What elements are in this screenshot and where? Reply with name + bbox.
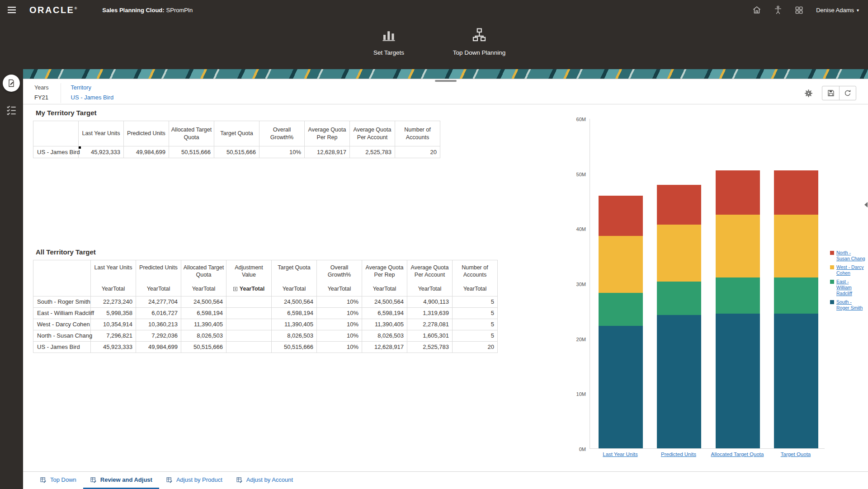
data-cell[interactable]: 45,923,333 [79, 146, 124, 158]
column-header[interactable]: Number of Accounts [453, 260, 498, 284]
bar-segment[interactable] [657, 315, 701, 448]
column-header[interactable]: Allocated Target Quota [169, 121, 214, 146]
data-cell[interactable]: 50,515,666 [169, 146, 214, 158]
data-cell[interactable]: 5 [453, 307, 498, 319]
data-cell[interactable]: 5 [453, 330, 498, 341]
data-cell[interactable]: 6,598,194 [362, 307, 407, 319]
data-cell[interactable]: 2,525,783 [407, 341, 453, 353]
data-cell[interactable]: 11,390,405 [362, 319, 407, 330]
data-cell[interactable]: 12,628,917 [305, 146, 350, 158]
refresh-icon[interactable] [839, 86, 856, 100]
bar-segment[interactable] [716, 277, 760, 314]
data-cell[interactable] [226, 341, 272, 353]
corner-header[interactable] [33, 121, 79, 146]
subheader-cell[interactable]: YearTotal [226, 284, 272, 296]
corner-header[interactable] [33, 260, 91, 296]
data-cell[interactable]: 10,360,213 [136, 319, 181, 330]
x-axis-label-link[interactable]: Target Quota [760, 451, 832, 457]
bar-segment[interactable] [774, 314, 818, 448]
data-cell[interactable]: 1,319,639 [407, 307, 453, 319]
subheader-cell[interactable]: YearTotal [136, 284, 181, 296]
bar-segment[interactable] [657, 185, 701, 225]
data-cell[interactable]: 10% [259, 146, 305, 158]
column-header[interactable]: Number of Accounts [395, 121, 440, 146]
apps-grid-icon[interactable] [795, 6, 803, 14]
column-header[interactable]: Last Year Units [91, 260, 136, 284]
data-cell[interactable]: 7,292,036 [136, 330, 181, 341]
data-cell[interactable]: 2,525,783 [350, 146, 395, 158]
column-header[interactable]: Last Year Units [79, 121, 124, 146]
accessibility-person-icon[interactable] [774, 5, 782, 14]
data-cell[interactable]: 11,390,405 [181, 319, 226, 330]
data-cell[interactable]: 24,500,564 [272, 296, 317, 307]
data-cell[interactable]: 10,354,914 [91, 319, 136, 330]
data-cell[interactable]: 45,923,333 [91, 341, 136, 353]
subheader-cell[interactable]: YearTotal [272, 284, 317, 296]
data-cell[interactable]: 49,984,699 [124, 146, 169, 158]
data-cell[interactable]: 2,278,081 [407, 319, 453, 330]
column-header[interactable]: Predicted Units [136, 260, 181, 284]
bar-segment[interactable] [599, 196, 643, 236]
subheader-cell[interactable]: YearTotal [453, 284, 498, 296]
data-cell[interactable]: 10% [317, 341, 362, 353]
subheader-cell[interactable]: YearTotal [317, 284, 362, 296]
row-header[interactable]: US - James Bird [33, 146, 79, 158]
bar-segment[interactable] [599, 326, 643, 448]
nav-item-set-targets[interactable]: Set Targets [355, 27, 423, 69]
user-menu[interactable]: Denise Adams ▾ [816, 7, 859, 14]
data-cell[interactable]: 10% [317, 307, 362, 319]
row-header[interactable]: South - Roger Smith [33, 296, 91, 307]
data-cell[interactable]: 6,016,727 [136, 307, 181, 319]
data-cell[interactable]: 10% [317, 296, 362, 307]
collapse-panel-arrow-icon[interactable] [864, 202, 868, 207]
bar-segment[interactable] [716, 314, 760, 448]
tab-adjust-by-product[interactable]: Adjust by Product [159, 472, 229, 489]
data-cell[interactable] [226, 296, 272, 307]
data-cell[interactable]: 24,500,564 [362, 296, 407, 307]
subheader-cell[interactable]: YearTotal [181, 284, 226, 296]
column-header[interactable]: Target Quota [214, 121, 259, 146]
column-header[interactable]: Average Quota Per Account [407, 260, 453, 284]
expand-icon[interactable] [233, 287, 237, 291]
legend-label-link[interactable]: South - Roger Smith [836, 299, 865, 310]
data-cell[interactable]: 6,598,194 [181, 307, 226, 319]
row-header[interactable]: North - Susan Chang [33, 330, 91, 341]
column-header[interactable]: Overall Growth% [259, 121, 305, 146]
save-icon[interactable] [822, 86, 839, 100]
data-cell[interactable]: 10% [317, 319, 362, 330]
data-cell[interactable]: 50,515,666 [181, 341, 226, 353]
bar-segment[interactable] [716, 170, 760, 215]
nav-item-top-down-planning[interactable]: Top Down Planning [445, 27, 513, 69]
data-cell[interactable]: 8,026,503 [362, 330, 407, 341]
bar-segment[interactable] [774, 277, 818, 314]
row-header[interactable]: US - James Bird [33, 341, 91, 353]
legend-label-link[interactable]: East - William Radcliff [836, 279, 865, 296]
data-cell[interactable]: 11,390,405 [272, 319, 317, 330]
data-cell[interactable]: 50,515,666 [214, 146, 259, 158]
data-cell[interactable]: 24,277,704 [136, 296, 181, 307]
pov-territory-value[interactable]: US - James Bird [71, 94, 114, 101]
settings-gear-icon[interactable] [804, 89, 813, 98]
data-cell[interactable]: 8,026,503 [272, 330, 317, 341]
data-cell[interactable]: 50,515,666 [272, 341, 317, 353]
data-cell[interactable]: 20 [395, 146, 440, 158]
task-list-icon[interactable] [5, 104, 17, 118]
bar-segment[interactable] [774, 170, 818, 215]
column-header[interactable]: Target Quota [272, 260, 317, 284]
bar-segment[interactable] [716, 215, 760, 277]
data-cell[interactable]: 6,598,194 [272, 307, 317, 319]
approval-task-icon[interactable] [3, 75, 20, 92]
row-header[interactable]: West - Darcy Cohen [33, 319, 91, 330]
column-header[interactable]: Average Quota Per Account [350, 121, 395, 146]
column-header[interactable]: Allocated Target Quota [181, 260, 226, 284]
bar-segment[interactable] [599, 293, 643, 326]
data-cell[interactable]: 8,026,503 [181, 330, 226, 341]
hamburger-menu-icon[interactable] [0, 0, 23, 20]
column-header[interactable]: Predicted Units [124, 121, 169, 146]
data-cell[interactable]: 22,273,240 [91, 296, 136, 307]
bar-segment[interactable] [774, 215, 818, 277]
tab-adjust-by-account[interactable]: Adjust by Account [229, 472, 300, 489]
subheader-cell[interactable]: YearTotal [407, 284, 453, 296]
data-cell[interactable]: 10% [317, 330, 362, 341]
pov-territory-label[interactable]: Territory [71, 85, 114, 91]
